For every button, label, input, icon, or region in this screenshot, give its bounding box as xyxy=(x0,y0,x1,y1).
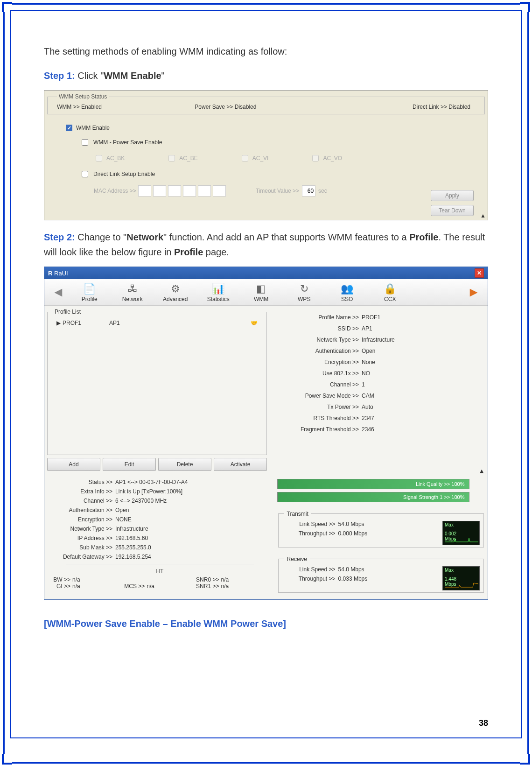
detail-row: Network Type >>Infrastructure xyxy=(275,337,483,343)
handshake-icon: 🤝 xyxy=(251,320,258,326)
ps-enable-label: WMM - Power Save Enable xyxy=(93,139,162,146)
ht-cell: GI >>n/a xyxy=(47,583,121,590)
profile-list-title: Profile List xyxy=(52,309,84,315)
close-icon[interactable]: ✕ xyxy=(475,268,484,278)
status-row: Sub Mask >>255.255.255.0 xyxy=(47,544,273,551)
ht-label: HT xyxy=(47,568,273,575)
rx-row: Throughput >>0.033 Mbps xyxy=(284,575,442,582)
detail-row: RTS Threshold >>2347 xyxy=(275,415,483,421)
status-wmm: WMM >> Enabled xyxy=(57,104,195,110)
ps-enable-checkbox[interactable] xyxy=(82,139,88,146)
teardown-button[interactable]: Tear Down xyxy=(431,205,474,216)
tab-advanced[interactable]: ⚙Advanced xyxy=(154,282,196,302)
profile-details: Profile Name >>PROF1SSID >>AP1Network Ty… xyxy=(270,306,488,474)
status-dl: Direct Link >> Disabled xyxy=(333,104,475,110)
wmm-enable-checkbox[interactable]: ✓ xyxy=(66,125,72,131)
dl-enable-checkbox[interactable] xyxy=(82,171,88,177)
mac-label: MAC Address >> xyxy=(94,188,136,194)
edit-button[interactable]: Edit xyxy=(103,458,156,471)
tx-row: Throughput >>0.000 Mbps xyxy=(284,530,442,537)
detail-row: Tx Power >>Auto xyxy=(275,404,483,410)
add-button[interactable]: Add xyxy=(47,458,100,471)
profile-row[interactable]: ▶PROF1 AP1 🤝 xyxy=(52,317,262,329)
detail-row: Profile Name >>PROF1 xyxy=(275,314,483,321)
section-title: [WMM-Power Save Enable – Enable WMM Powe… xyxy=(44,618,488,629)
activate-button[interactable]: Activate xyxy=(214,458,267,471)
transmit-title: Transmit xyxy=(284,511,311,517)
wmm-group-title: WMM Setup Status xyxy=(57,93,109,100)
link-quality-bar: Link Quality >> 100% xyxy=(277,479,470,489)
tx-row: Link Speed >>54.0 Mbps xyxy=(284,521,442,527)
ac-be-checkbox[interactable] xyxy=(168,155,175,161)
ht-cell: BW >>n/a xyxy=(47,576,121,583)
tab-profile[interactable]: 📄Profile xyxy=(69,282,111,302)
mac-6[interactable] xyxy=(213,185,226,197)
status-row: Status >>AP1 <--> 00-03-7F-00-D7-A4 xyxy=(47,479,273,485)
tx-graph: Max 0.002 Mbps xyxy=(442,521,480,545)
status-row: Channel >>6 <--> 2437000 MHz xyxy=(47,498,273,504)
status-row: IP Address >>192.168.5.60 xyxy=(47,535,273,541)
status-row: Encryption >>NONE xyxy=(47,516,273,523)
tab-statistics[interactable]: 📊Statistics xyxy=(197,282,239,302)
mac-4[interactable] xyxy=(183,185,196,197)
step2-label: Step 2: xyxy=(44,232,75,242)
tab-wmm[interactable]: ◧WMM xyxy=(240,282,282,302)
detail-row: SSID >>AP1 xyxy=(275,325,483,332)
mac-5[interactable] xyxy=(198,185,211,197)
status-row: Extra Info >>Link is Up [TxPower:100%] xyxy=(47,488,273,495)
mac-1[interactable] xyxy=(138,185,151,197)
collapse-icon[interactable]: ▲ xyxy=(480,212,486,219)
receive-title: Receive xyxy=(284,556,310,562)
timeout-input[interactable] xyxy=(302,185,315,197)
detail-row: Channel >>1 xyxy=(275,381,483,388)
wmm-setup-screenshot: WMM Setup Status WMM >> Enabled Power Sa… xyxy=(44,90,488,220)
detail-row: Power Save Mode >>CAM xyxy=(275,393,483,399)
delete-button[interactable]: Delete xyxy=(158,458,211,471)
ht-cell xyxy=(121,576,196,583)
apply-button[interactable]: Apply xyxy=(431,190,474,201)
ac-bk-checkbox[interactable] xyxy=(96,155,102,161)
tab-sso[interactable]: 👥SSO xyxy=(326,282,368,302)
ac-vi-checkbox[interactable] xyxy=(242,155,248,161)
page-number: 38 xyxy=(479,718,488,728)
detail-row: Authentication >>Open xyxy=(275,348,483,354)
collapse-icon[interactable]: ▲ xyxy=(478,467,485,475)
step2-line: Step 2: Change to "Network" function. An… xyxy=(44,230,488,260)
ac-vo-checkbox[interactable] xyxy=(312,155,319,161)
intro-text: The setting methods of enabling WMM indi… xyxy=(44,44,488,59)
back-icon[interactable]: ◄ xyxy=(49,285,68,300)
detail-row: Fragment Threshold >>2346 xyxy=(275,426,483,433)
dl-enable-label: Direct Link Setup Enable xyxy=(93,171,155,177)
status-ps: Power Save >> Disabled xyxy=(195,104,332,110)
status-row: Authentication >>Open xyxy=(47,507,273,513)
tab-network[interactable]: 🖧Network xyxy=(112,282,154,302)
mac-3[interactable] xyxy=(168,185,181,197)
timeout-unit: sec xyxy=(318,188,327,194)
signal-strength-bar: Signal Strength 1 >> 100% xyxy=(277,492,470,502)
wmm-enable-label: WMM Enable xyxy=(76,125,110,131)
ht-cell: SNR0 >>n/a xyxy=(196,576,270,583)
detail-row: Use 802.1x >>NO xyxy=(275,370,483,377)
ht-cell: SNR1 >>n/a xyxy=(196,583,270,590)
step1-label: Step 1: xyxy=(44,70,75,81)
detail-row: Encryption >>None xyxy=(275,359,483,365)
link-status: Status >>AP1 <--> 00-03-7F-00-D7-A4Extra… xyxy=(47,479,273,593)
ht-cell: MCS >>n/a xyxy=(121,583,196,590)
window-title: RaUI xyxy=(54,270,68,277)
tab-wps[interactable]: ↻WPS xyxy=(283,282,325,302)
status-row: Default Gateway >>192.168.5.254 xyxy=(47,554,273,560)
forward-icon[interactable]: ► xyxy=(464,285,483,300)
step1-line: Step 1: Click "WMM Enable" xyxy=(44,68,488,83)
mac-2[interactable] xyxy=(153,185,166,197)
timeout-label: Timeout Value >> xyxy=(256,188,299,194)
raui-screenshot: R RaUI ✕ ◄ 📄Profile 🖧Network ⚙Advanced 📊… xyxy=(44,267,488,600)
rx-graph: Max 1.448 Mbps xyxy=(442,566,480,590)
toolbar: ◄ 📄Profile 🖧Network ⚙Advanced 📊Statistic… xyxy=(44,279,488,306)
rx-row: Link Speed >>54.0 Mbps xyxy=(284,566,442,573)
tab-ccx[interactable]: 🔒CCX xyxy=(369,282,411,302)
status-row: Network Type >>Infrastructure xyxy=(47,526,273,532)
